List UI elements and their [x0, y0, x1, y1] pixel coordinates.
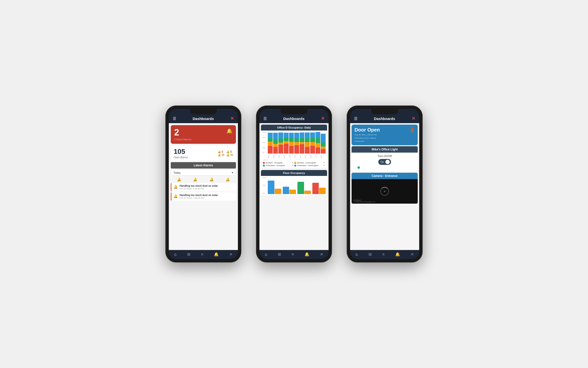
stat-badge-4: 🔔 48 [226, 154, 233, 156]
stat-value-4: 48 [230, 154, 233, 156]
nav-menu-1[interactable]: ≡ [201, 252, 203, 257]
x-label-6: 13:00 [294, 154, 299, 159]
alarm-icons-row: 🔔 🔔 🔔 🔔 [171, 177, 236, 182]
dropdown-value: Today [173, 171, 181, 174]
nav-settings-1[interactable]: ✕ [229, 252, 233, 257]
floor-y-100: 100% [262, 177, 266, 178]
menu-icon-3[interactable]: ☰ [354, 116, 357, 121]
occupancy-chart-title: Office D Occupancy- Daily [261, 125, 327, 131]
nav-settings-3[interactable]: ✕ [411, 252, 414, 257]
bottom-nav-3: ⌂ ⊞ ≡ 🔔 ✕ [350, 250, 419, 259]
nav-home-2[interactable]: ⌂ [265, 252, 267, 257]
x-label-4: 11:00 [284, 154, 289, 159]
on-off-toggle[interactable]: On [378, 159, 391, 165]
legend-label-2: Booked - Unoccupied [297, 162, 316, 164]
menu-icon-1[interactable]: ☰ [173, 116, 176, 121]
stat-badge-2: 🔔 1 [226, 150, 233, 153]
close-icon-1[interactable]: ✕ [230, 116, 234, 121]
floor-chart-section: Floor Occupancy 100% 75% 50% [261, 170, 327, 195]
x-label-11: 18:00 [321, 154, 326, 159]
bottom-nav-2: ⌂ ⊞ ≡ 🔔 ✕ [259, 250, 329, 259]
floor-bar-red-4 [312, 183, 319, 194]
header-title-1: Dashboards [193, 117, 214, 121]
nav-home-1[interactable]: ⌂ [174, 252, 177, 257]
light-card: Mike's Office Light Turn On/Off On [352, 146, 418, 172]
nav-devices-2[interactable]: ⊞ [278, 252, 281, 257]
bottom-nav-1: ⌂ ⊞ ≡ 🔔 ✕ [169, 250, 238, 259]
light-card-header: Mike's Office Light [352, 146, 418, 153]
eye-icon-4[interactable]: 👁 [323, 164, 325, 167]
bar-group-7 [300, 131, 305, 154]
door-date: Feb 20 2020, 2:50:51 PM [355, 133, 415, 137]
nav-menu-2[interactable]: ≡ [292, 252, 294, 257]
floor-y-75: 75% [262, 185, 266, 186]
alarm-type-icon-1: 🔔 [177, 177, 181, 181]
bar-group-2 [273, 131, 278, 154]
legend-booked-occupied: Booked - Occupied 👁 [263, 162, 294, 164]
occupancy-chart-section: Office D Occupancy- Daily 100% 75% 50% 2… [261, 125, 327, 168]
floor-bar-orange-2 [289, 190, 296, 194]
y-label-75: 75% [262, 137, 266, 138]
floor-bar-blue-2 [283, 187, 289, 194]
eye-icon-3[interactable]: 👁 [292, 164, 294, 167]
camera-copyright: © 2008-2018 Flowplayer Ltd [354, 201, 375, 203]
bar-group-9 [310, 131, 315, 154]
menu-icon-2[interactable]: ☰ [263, 116, 267, 121]
nav-devices-1[interactable]: ⊞ [187, 252, 190, 257]
legend-dot-orange [294, 162, 296, 164]
bar-group-10 [316, 131, 320, 154]
floor-bar-group-4 [312, 183, 326, 194]
camera-card: Camera - Entrance flowplayer © 2008-2018… [352, 173, 418, 204]
legend-dot-blue [294, 165, 296, 167]
alarm-item-icon-2: 🔔 [173, 194, 178, 198]
stat-icon-2: 🔔 [226, 150, 229, 153]
header-title-2: Dashboards [283, 117, 305, 121]
x-label-8: 15:00 [305, 154, 310, 159]
alarm-type-icon-4: 🔔 [226, 177, 230, 181]
x-date-label: 15 Jul [262, 159, 326, 161]
door-meta: Feb 20 2020, 2:50:51 PM Front Door (Door… [355, 133, 415, 143]
stat-icon-4: 🔔 [226, 154, 229, 156]
close-icon-2[interactable]: ✕ [321, 116, 325, 121]
critical-alarm-card: 2 Critical Alarms 🔔 [171, 125, 236, 144]
floor-bar-blue-1 [268, 181, 274, 194]
nav-devices-3[interactable]: ⊞ [368, 252, 372, 257]
nav-alerts-2[interactable]: 🔔 [305, 252, 309, 257]
content-1: 2 Critical Alarms 🔔 105 Open Alarms 🔔 0 [169, 123, 238, 250]
door-connection: Connected [355, 140, 415, 143]
alarm-item-title-2: Handling too much dust on solar [180, 194, 218, 197]
floor-bars-container [268, 177, 326, 194]
content-3: Door Open 🚪 Feb 20 2020, 2:50:51 PM Fron… [350, 123, 419, 250]
nav-menu-3[interactable]: ≡ [382, 252, 384, 257]
nav-settings-2[interactable]: ✕ [320, 252, 323, 257]
content-2: Office D Occupancy- Daily 100% 75% 50% 2… [259, 123, 329, 250]
y-label-0: 0% [262, 152, 266, 154]
close-icon-3[interactable]: ✕ [412, 116, 415, 121]
alarm-filter-dropdown[interactable]: Today ▾ [171, 170, 236, 176]
stat-value-3: 56 [222, 154, 224, 156]
alarm-item-1[interactable]: 🔔 Handling too much dust on solar Oct 22… [171, 183, 236, 191]
x-label-1: 08:00 [268, 154, 273, 159]
nav-alerts-3[interactable]: 🔔 [395, 252, 400, 257]
x-label-2: 09:00 [273, 154, 278, 159]
toggle-row: On [355, 159, 415, 165]
bar-group-5 [289, 131, 294, 154]
stat-value-1: 0 [222, 150, 223, 153]
alarm-item-2[interactable]: 🔔 Handling too much dust on solar Oct 22… [171, 192, 236, 201]
x-label-5: 12:00 [289, 154, 294, 159]
floor-bar-group-1 [268, 181, 281, 194]
x-labels: 08:00 09:00 10:00 11:00 12:00 13:00 14:0… [268, 154, 326, 159]
critical-alarm-label: Critical Alarms [174, 138, 191, 141]
alarm-item-date-2: Oct 22 2018, 1:38:44 PM [180, 197, 218, 199]
bar-group-6 [294, 131, 299, 154]
legend-dot-red [263, 162, 265, 164]
y-label-50: 50% [262, 142, 266, 143]
nav-alerts-1[interactable]: 🔔 [214, 252, 219, 257]
alarm-list: 🔔 Handling too much dust on solar Oct 22… [171, 183, 236, 250]
chevron-down-icon: ▾ [232, 171, 233, 174]
eye-icon-2[interactable]: 👁 [323, 162, 325, 164]
eye-icon-1[interactable]: 👁 [292, 162, 294, 164]
nav-home-3[interactable]: ⌂ [355, 252, 358, 257]
bar-group-8 [305, 131, 310, 154]
alarm-type-icon-3: 🔔 [209, 177, 214, 181]
